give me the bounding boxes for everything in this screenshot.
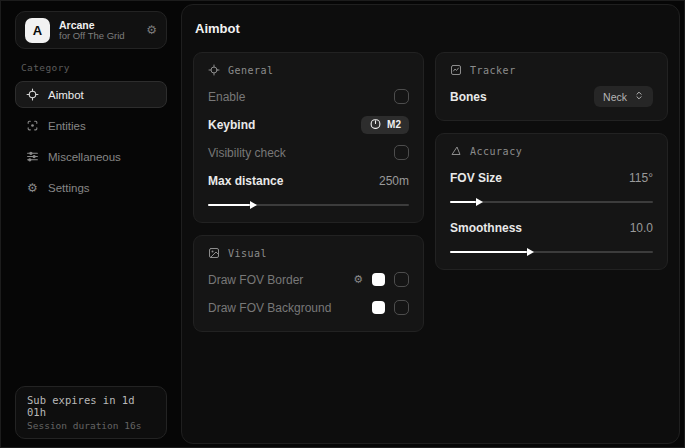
draw-fov-border-row: Draw FOV Border ⚙ bbox=[208, 269, 409, 290]
fov-border-color-swatch[interactable] bbox=[372, 273, 385, 286]
gear-icon[interactable]: ⚙ bbox=[353, 273, 363, 286]
keybind-value: M2 bbox=[387, 119, 401, 130]
visibility-checkbox[interactable] bbox=[394, 145, 409, 160]
max-distance-value: 250m bbox=[379, 174, 409, 188]
general-card: General Enable Keybind M2 bbox=[193, 52, 424, 223]
max-distance-row: Max distance 250m bbox=[208, 170, 409, 191]
slider-thumb[interactable] bbox=[208, 204, 250, 206]
subscription-footer: Sub expires in 1d 01h Session duration 1… bbox=[15, 386, 167, 439]
sub-expiry-text: Sub expires in 1d 01h bbox=[27, 394, 155, 418]
logo-letter: A bbox=[33, 23, 42, 38]
max-distance-label: Max distance bbox=[208, 174, 283, 188]
sidebar-item-entities[interactable]: Entities bbox=[15, 112, 167, 139]
slider-thumb[interactable] bbox=[450, 201, 476, 203]
visibility-check-row: Visibility check bbox=[208, 142, 409, 163]
fov-border-checkbox[interactable] bbox=[394, 272, 409, 287]
sidebar-item-miscellaneous[interactable]: Miscellaneous bbox=[15, 143, 167, 170]
page-title: Aimbot bbox=[195, 21, 668, 36]
category-label: Category bbox=[21, 62, 173, 73]
sidebar-nav: Aimbot Entities Miscellaneous ⚙ Settings bbox=[9, 81, 173, 201]
sidebar-item-aimbot[interactable]: Aimbot bbox=[15, 81, 167, 108]
app-name: Arcane bbox=[59, 19, 137, 31]
app-logo: A bbox=[25, 18, 50, 43]
card-title: General bbox=[228, 65, 274, 76]
smoothness-label: Smoothness bbox=[450, 221, 522, 235]
gear-icon[interactable]: ⚙ bbox=[146, 23, 157, 37]
fov-background-color-swatch[interactable] bbox=[372, 301, 385, 314]
bones-row: Bones Neck bbox=[450, 86, 653, 107]
image-icon bbox=[208, 247, 220, 259]
app-subtitle: for Off The Grid bbox=[59, 31, 137, 42]
tracker-card: Tracker Bones Neck bbox=[435, 52, 668, 121]
visual-card: Visual Draw FOV Border ⚙ Draw FOV Backgr… bbox=[193, 235, 424, 332]
arcane-window: A Arcane for Off The Grid ⚙ Category Aim… bbox=[0, 0, 685, 448]
sidebar: A Arcane for Off The Grid ⚙ Category Aim… bbox=[1, 1, 181, 447]
accuracy-card: Accuracy FOV Size 115° Smoothness 10.0 bbox=[435, 133, 668, 270]
draw-fov-border-label: Draw FOV Border bbox=[208, 273, 303, 287]
crosshair-icon bbox=[208, 64, 220, 76]
card-title: Accuracy bbox=[470, 146, 522, 157]
bones-value: Neck bbox=[603, 91, 627, 103]
draw-fov-background-row: Draw FOV Background bbox=[208, 297, 409, 318]
max-distance-slider[interactable] bbox=[208, 200, 409, 209]
fov-background-checkbox[interactable] bbox=[394, 300, 409, 315]
main-panel: Aimbot General Enable K bbox=[181, 4, 680, 444]
keybind-button[interactable]: M2 bbox=[361, 116, 409, 134]
card-title: Visual bbox=[228, 248, 267, 259]
sidebar-item-label: Settings bbox=[48, 182, 90, 194]
fov-size-label: FOV Size bbox=[450, 171, 502, 185]
gear-icon: ⚙ bbox=[26, 181, 39, 194]
route-icon bbox=[450, 64, 462, 76]
session-duration-text: Session duration 16s bbox=[27, 420, 155, 431]
sidebar-item-label: Aimbot bbox=[48, 89, 84, 101]
keybind-label: Keybind bbox=[208, 118, 255, 132]
visibility-check-label: Visibility check bbox=[208, 146, 286, 160]
bones-select[interactable]: Neck bbox=[594, 86, 653, 107]
card-title: Tracker bbox=[470, 65, 516, 76]
entities-icon bbox=[26, 119, 39, 132]
sliders-icon bbox=[26, 150, 39, 163]
draw-fov-background-label: Draw FOV Background bbox=[208, 301, 331, 315]
mouse-icon bbox=[369, 119, 382, 131]
triangle-icon bbox=[450, 145, 462, 157]
fov-size-slider[interactable] bbox=[450, 197, 653, 206]
sidebar-item-settings[interactable]: ⚙ Settings bbox=[15, 174, 167, 201]
fov-size-row: FOV Size 115° bbox=[450, 167, 653, 188]
smoothness-slider[interactable] bbox=[450, 247, 653, 256]
chevrons-up-down-icon bbox=[634, 90, 644, 103]
sidebar-item-label: Miscellaneous bbox=[48, 151, 121, 163]
smoothness-value: 10.0 bbox=[630, 221, 653, 235]
fov-size-value: 115° bbox=[629, 171, 653, 185]
sidebar-item-label: Entities bbox=[48, 120, 86, 132]
bones-label: Bones bbox=[450, 90, 487, 104]
enable-checkbox[interactable] bbox=[394, 89, 409, 104]
smoothness-row: Smoothness 10.0 bbox=[450, 217, 653, 238]
keybind-row: Keybind M2 bbox=[208, 114, 409, 135]
slider-thumb[interactable] bbox=[450, 251, 527, 253]
crosshair-icon bbox=[26, 88, 39, 101]
enable-row: Enable bbox=[208, 86, 409, 107]
app-header: A Arcane for Off The Grid ⚙ bbox=[15, 11, 167, 49]
enable-label: Enable bbox=[208, 90, 245, 104]
